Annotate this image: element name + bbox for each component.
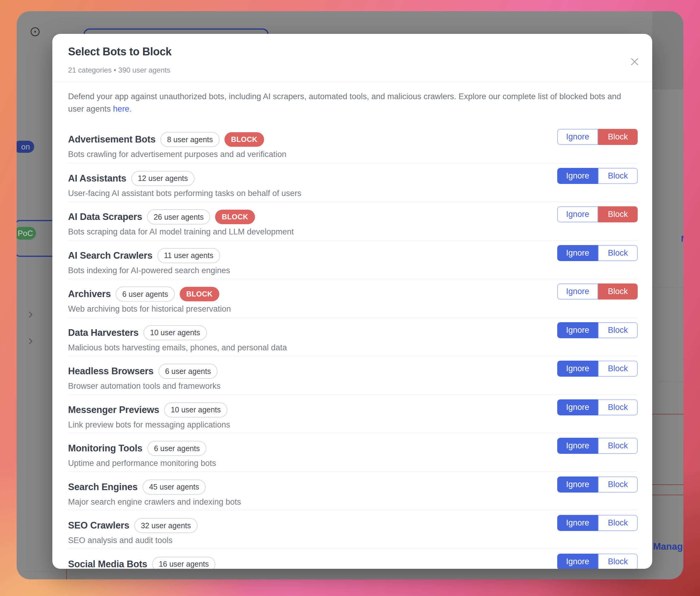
category-title-line: Social Media Bots 16 user agents: [68, 556, 216, 569]
manage-link[interactable]: Manage: [653, 541, 683, 552]
category-title-line: Monitoring Tools 6 user agents: [68, 441, 216, 456]
category-title-line: SEO Crawlers 32 user agents: [68, 518, 198, 533]
category-description: Link preview bots for messaging applicat…: [68, 420, 230, 430]
header-divider: [52, 82, 652, 82]
category-actions: Ignore Block: [557, 202, 638, 222]
ignore-button[interactable]: Ignore: [557, 399, 598, 415]
category-row: Data Harvesters 10 user agents Malicious…: [68, 317, 638, 356]
ignore-button[interactable]: Ignore: [557, 283, 598, 299]
category-row: Messenger Previews 10 user agents Link p…: [68, 395, 638, 433]
ignore-button[interactable]: Ignore: [557, 129, 598, 145]
close-icon: [629, 56, 641, 68]
category-name: Monitoring Tools: [68, 443, 143, 454]
category-description: User-facing AI assistant bots performing…: [68, 189, 301, 198]
block-button[interactable]: Block: [598, 361, 638, 377]
ignore-button[interactable]: Ignore: [557, 438, 598, 454]
category-description: Bots crawling for advertisement purposes…: [68, 150, 286, 159]
poc-badge: PoC: [17, 227, 36, 240]
category-title-line: Messenger Previews 10 user agents: [68, 402, 230, 418]
category-row: Monitoring Tools 6 user agents Uptime an…: [68, 433, 638, 472]
block-button[interactable]: Block: [598, 206, 638, 222]
ignore-block-toggle: Ignore Block: [557, 168, 638, 184]
close-button[interactable]: [628, 55, 641, 68]
ignore-block-toggle: Ignore Block: [557, 476, 638, 493]
ignore-block-toggle: Ignore Block: [557, 322, 638, 338]
category-title-line: Archivers 6 user agents BLOCK: [68, 286, 231, 302]
category-list: Advertisement Bots 8 user agents BLOCK B…: [68, 124, 638, 569]
category-description: Bots scraping data for AI model training…: [68, 227, 294, 237]
user-agents-pill: 32 user agents: [134, 518, 198, 533]
target-icon: [30, 26, 41, 37]
select-bots-modal: Select Bots to Block 21 categories • 390…: [52, 34, 652, 569]
background-red-row-line: [652, 414, 683, 415]
category-info: Monitoring Tools 6 user agents Uptime an…: [68, 433, 216, 468]
ignore-block-toggle: Ignore Block: [557, 129, 638, 145]
here-link[interactable]: here: [113, 104, 129, 114]
category-name: Social Media Bots: [68, 559, 147, 569]
ignore-button[interactable]: Ignore: [557, 245, 598, 261]
ignore-block-toggle: Ignore Block: [557, 399, 638, 415]
block-button[interactable]: Block: [598, 476, 638, 493]
block-button[interactable]: Block: [598, 399, 638, 415]
category-title-line: AI Search Crawlers 11 user agents: [68, 248, 230, 264]
user-agents-pill: 10 user agents: [164, 402, 227, 418]
category-description: Uptime and performance monitoring bots: [68, 458, 216, 468]
block-button[interactable]: Block: [598, 245, 638, 261]
user-agents-pill: 6 user agents: [116, 287, 175, 302]
ignore-button[interactable]: Ignore: [557, 206, 598, 222]
modal-title: Select Bots to Block: [68, 45, 636, 58]
block-button[interactable]: Block: [598, 322, 638, 338]
category-name: AI Data Scrapers: [68, 212, 142, 222]
category-name: AI Search Crawlers: [68, 250, 152, 261]
block-button[interactable]: Block: [598, 554, 638, 569]
background-red-row-line: [652, 495, 683, 495]
category-description: Web archiving bots for historical preser…: [68, 304, 231, 314]
category-info: Search Engines 45 user agents Major sear…: [68, 472, 241, 507]
category-actions: Ignore Block: [557, 356, 638, 377]
chevron-right-icon[interactable]: [25, 309, 36, 320]
block-button[interactable]: Block: [598, 515, 638, 531]
user-agents-pill: 26 user agents: [147, 209, 210, 224]
ignore-button[interactable]: Ignore: [557, 322, 598, 338]
category-info: Data Harvesters 10 user agents Malicious…: [68, 318, 287, 352]
category-info: AI Search Crawlers 11 user agents Bots i…: [68, 241, 230, 275]
block-badge: BLOCK: [180, 287, 219, 301]
description-period: .: [129, 104, 132, 114]
category-name: Advertisement Bots: [68, 134, 155, 145]
category-title-line: AI Data Scrapers 26 user agents BLOCK: [68, 209, 294, 225]
category-actions: Ignore Block: [557, 279, 638, 299]
ignore-button[interactable]: Ignore: [557, 515, 598, 531]
category-actions: Ignore Block: [557, 433, 638, 454]
category-info: Messenger Previews 10 user agents Link p…: [68, 395, 230, 430]
background-divider: [652, 382, 683, 382]
ignore-button[interactable]: Ignore: [557, 168, 598, 184]
background-red-row-line: [652, 485, 683, 485]
user-agents-pill: 8 user agents: [160, 132, 220, 147]
chevron-right-icon[interactable]: [25, 336, 36, 347]
category-title-line: Headless Browsers 6 user agents: [68, 363, 221, 379]
category-info: Advertisement Bots 8 user agents BLOCK B…: [68, 124, 286, 159]
block-button[interactable]: Block: [598, 129, 638, 145]
category-description: Bots indexing for AI-powered search engi…: [68, 266, 230, 275]
category-info: AI Assistants 12 user agents User-facing…: [68, 164, 301, 198]
ignore-button[interactable]: Ignore: [557, 554, 598, 569]
ignore-block-toggle: Ignore Block: [557, 361, 638, 377]
ignore-block-toggle: Ignore Block: [557, 245, 638, 261]
category-row: Advertisement Bots 8 user agents BLOCK B…: [68, 124, 638, 163]
category-name: Archivers: [68, 289, 111, 299]
category-name: AI Assistants: [68, 173, 126, 184]
user-agents-pill: 10 user agents: [143, 325, 207, 340]
category-row: Social Media Bots 16 user agents Ignore …: [68, 549, 638, 569]
block-button[interactable]: Block: [598, 168, 638, 184]
ignore-button[interactable]: Ignore: [557, 361, 598, 377]
category-actions: Ignore Block: [557, 472, 638, 493]
background-divider: [652, 287, 683, 288]
block-button[interactable]: Block: [598, 438, 638, 454]
block-button[interactable]: Block: [598, 283, 638, 299]
ignore-block-toggle: Ignore Block: [557, 554, 638, 569]
ignore-button[interactable]: Ignore: [557, 476, 598, 493]
category-description: Browser automation tools and frameworks: [68, 381, 221, 391]
category-row: Archivers 6 user agents BLOCK Web archiv…: [68, 279, 638, 317]
category-row: AI Search Crawlers 11 user agents Bots i…: [68, 240, 638, 279]
user-agents-pill: 45 user agents: [143, 479, 206, 495]
